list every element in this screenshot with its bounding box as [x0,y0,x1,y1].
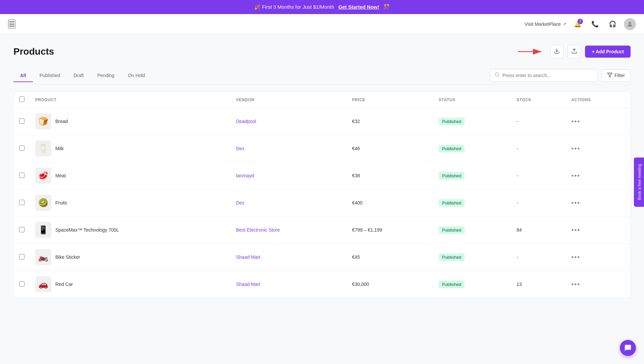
product-name-1: Milk [55,146,64,151]
row-actions-2: ••• [566,162,630,189]
select-all-checkbox[interactable] [19,97,24,102]
search-box [490,69,597,82]
download-icon [554,48,560,55]
status-badge-2: Published [439,172,465,180]
row-price-0: €32 [347,108,433,135]
products-table-container: PRODUCT VENDOR PRICE STATUS STOCK ACTION… [13,92,631,298]
row-status-6: Published [433,271,511,298]
product-thumb-6: 🚗 [35,276,51,292]
vendor-link-4[interactable]: Best Electronic Store [236,227,280,233]
row-product-3: 🥝 Fruits [30,189,231,217]
row-status-0: Published [433,108,511,135]
vendor-link-2[interactable]: tanmayd [236,173,254,178]
add-product-button[interactable]: + Add Product [585,46,631,58]
row-checkbox-cell [14,244,30,271]
headset-button[interactable]: 🎧 [606,18,619,30]
products-table: PRODUCT VENDOR PRICE STATUS STOCK ACTION… [14,92,630,298]
side-tab[interactable]: Book a free meeting [634,157,644,206]
search-icon [494,72,500,79]
main-content: Products [0,34,644,309]
select-all-header [14,92,30,108]
vendor-link-1[interactable]: Dex [236,146,245,151]
tab-all[interactable]: All [13,69,33,82]
row-actions-button-1[interactable]: ••• [571,145,580,153]
row-actions-button-6[interactable]: ••• [571,281,580,288]
svg-point-0 [629,22,631,24]
row-product-5: 🏍️ Bike Sticker [30,244,231,271]
row-checkbox-0[interactable] [19,118,24,124]
col-vendor: VENDOR [231,92,347,108]
row-status-2: Published [433,162,511,189]
svg-point-3 [495,73,499,76]
product-thumb-0: 🍞 [35,113,51,129]
tab-draft[interactable]: Draft [67,69,90,82]
row-checkbox-3[interactable] [19,200,24,205]
status-badge-4: Published [439,226,465,234]
search-filter-area: Filter [490,66,631,84]
row-stock-4: 84 [511,217,566,244]
table-row: 🚗 Red Car Shaad Mart €30,000 Published 1… [14,271,630,298]
table-row: 🍞 Bread Deadpool €32 Published - ••• [14,108,630,135]
row-price-1: €46 [347,135,433,162]
row-price-2: €38 [347,162,433,189]
row-product-6: 🚗 Red Car [30,271,231,298]
row-vendor-5: Shaad Mart [231,244,347,271]
row-actions-5: ••• [566,244,630,271]
status-badge-0: Published [439,118,465,125]
visit-marketplace-label: Visit MarketPlace [525,21,561,27]
avatar[interactable] [624,18,636,30]
row-actions-button-4[interactable]: ••• [571,226,580,234]
row-checkbox-1[interactable] [19,145,24,151]
row-stock-1: - [511,135,566,162]
filter-button[interactable]: Filter [601,69,631,82]
row-actions-6: ••• [566,271,630,298]
row-checkbox-6[interactable] [19,281,24,287]
vendor-link-3[interactable]: Dex [236,200,245,205]
row-actions-button-0[interactable]: ••• [571,118,580,125]
menu-button[interactable]: ☰ [8,19,15,29]
vendor-link-0[interactable]: Deadpool [236,119,256,124]
promo-emoji: 🎊 [383,4,390,10]
row-status-3: Published [433,189,511,217]
col-product: PRODUCT [30,92,231,108]
col-actions: ACTIONS [566,92,630,108]
header-right: Visit MarketPlace ↗ 🔔 3 📞 🎧 [525,18,636,30]
table-row: 🥛 Milk Dex €46 Published - ••• [14,135,630,162]
row-checkbox-4[interactable] [19,227,24,232]
row-actions-button-5[interactable]: ••• [571,253,580,261]
page-actions: + Add Product [518,45,631,58]
row-checkbox-2[interactable] [19,173,24,178]
tab-pending[interactable]: Pending [91,69,121,82]
search-input[interactable] [502,73,593,78]
row-actions-button-2[interactable]: ••• [571,172,580,180]
row-checkbox-5[interactable] [19,254,24,259]
visit-marketplace-link[interactable]: Visit MarketPlace ↗ [525,21,566,27]
download-button[interactable] [550,45,564,58]
tab-published[interactable]: Published [33,69,67,82]
row-actions-button-3[interactable]: ••• [571,199,580,207]
promo-cta[interactable]: Get Started Now! [338,4,379,10]
row-vendor-4: Best Electronic Store [231,217,347,244]
product-thumb-5: 🏍️ [35,249,51,265]
notification-button[interactable]: 🔔 3 [572,18,584,30]
row-actions-1: ••• [566,135,630,162]
row-stock-0: - [511,108,566,135]
product-name-2: Meat [55,173,66,178]
product-thumb-2: 🥩 [35,168,51,184]
row-vendor-2: tanmayd [231,162,347,189]
tab-on-hold[interactable]: On Hold [121,69,152,82]
row-checkbox-cell [14,217,30,244]
vendor-link-6[interactable]: Shaad Mart [236,282,260,287]
row-price-5: €45 [347,244,433,271]
page-title: Products [13,46,54,57]
upload-button[interactable] [568,45,581,58]
row-stock-5: - [511,244,566,271]
upload-icon [571,48,577,55]
tabs-bar: All Published Draft Pending On Hold Filt… [13,66,631,85]
row-status-1: Published [433,135,511,162]
headset-icon: 🎧 [609,20,616,28]
table-row: 🥝 Fruits Dex €400 Published - ••• [14,189,630,217]
phone-button[interactable]: 📞 [589,18,601,30]
vendor-link-5[interactable]: Shaad Mart [236,254,260,260]
row-stock-6: 13 [511,271,566,298]
